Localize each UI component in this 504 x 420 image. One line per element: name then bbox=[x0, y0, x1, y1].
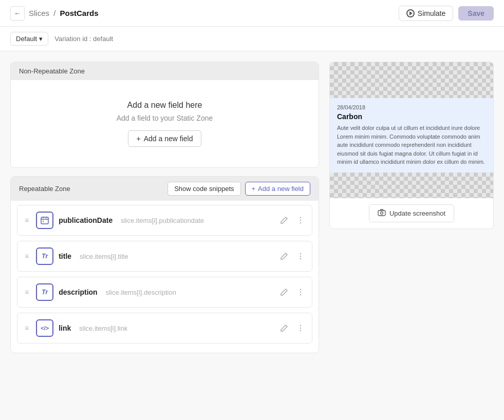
simulate-button[interactable]: Simulate bbox=[399, 6, 453, 21]
empty-field-title: Add a new field here bbox=[127, 101, 202, 110]
description-field-icon: Tr bbox=[36, 283, 53, 301]
table-row: ≡ Tr description slice.items[i].descript… bbox=[17, 277, 312, 308]
drag-handle-icon[interactable]: ≡ bbox=[23, 288, 31, 296]
plus-icon: + bbox=[137, 135, 141, 143]
header-right: Simulate Save bbox=[399, 6, 494, 21]
field-more-button[interactable] bbox=[294, 323, 307, 333]
field-more-button[interactable] bbox=[294, 215, 307, 225]
svg-rect-4 bbox=[43, 221, 44, 222]
svg-point-7 bbox=[300, 222, 301, 223]
repeatable-zone-header: Repeatable Zone Show code snippets + Add… bbox=[11, 177, 319, 201]
svg-point-8 bbox=[300, 253, 301, 254]
field-edit-button[interactable] bbox=[278, 287, 290, 297]
edit-icon bbox=[280, 216, 288, 224]
update-screenshot-label: Update screenshot bbox=[389, 209, 445, 217]
svg-rect-17 bbox=[378, 211, 385, 216]
simulate-label: Simulate bbox=[418, 9, 445, 17]
field-actions bbox=[278, 323, 307, 333]
field-edit-button[interactable] bbox=[278, 323, 290, 333]
preview-checker-bottom bbox=[330, 173, 493, 198]
empty-field-subtitle: Add a field to your Static Zone bbox=[117, 114, 213, 122]
field-name: title bbox=[59, 252, 71, 260]
add-field-button[interactable]: + Add a new field bbox=[128, 130, 202, 147]
camera-icon bbox=[378, 208, 386, 218]
title-field-icon: Tr bbox=[36, 247, 53, 265]
more-icon bbox=[296, 216, 305, 224]
table-row: ≡ publicationDate slice.items[i].publica… bbox=[17, 205, 312, 236]
field-actions bbox=[278, 251, 307, 261]
sub-header: Default ▾ Variation id : default bbox=[0, 27, 504, 51]
field-actions bbox=[278, 287, 307, 297]
drag-handle-icon[interactable]: ≡ bbox=[23, 324, 31, 332]
field-actions bbox=[278, 215, 307, 225]
default-variation-button[interactable]: Default ▾ bbox=[10, 32, 48, 46]
preview-date: 28/04/2018 bbox=[337, 104, 486, 110]
default-label: Default bbox=[16, 35, 37, 43]
right-panel: 28/04/2018 Carbon Aute velit dolor culpa… bbox=[329, 62, 494, 353]
field-edit-button[interactable] bbox=[278, 215, 290, 225]
field-path: slice.items[i].description bbox=[106, 289, 273, 296]
main-layout: Non-Repeatable Zone Add a new field here… bbox=[0, 51, 504, 364]
more-icon bbox=[296, 324, 305, 332]
camera-svg bbox=[378, 208, 386, 217]
drag-handle-icon[interactable]: ≡ bbox=[23, 216, 31, 224]
non-repeatable-zone-body: Add a new field here Add a field to your… bbox=[11, 80, 319, 167]
svg-point-14 bbox=[300, 325, 301, 326]
svg-point-16 bbox=[300, 330, 301, 331]
field-name: link bbox=[59, 324, 71, 332]
svg-point-11 bbox=[300, 289, 301, 290]
repeatable-zone-title: Repeatable Zone bbox=[19, 185, 70, 193]
svg-point-5 bbox=[300, 217, 301, 218]
svg-point-10 bbox=[300, 258, 301, 259]
breadcrumb: Slices / PostCards bbox=[29, 9, 99, 17]
more-icon bbox=[296, 288, 305, 296]
field-name: description bbox=[59, 288, 97, 296]
breadcrumb-separator: / bbox=[53, 9, 55, 17]
field-path: slice.items[i].title bbox=[80, 253, 273, 260]
left-panel: Non-Repeatable Zone Add a new field here… bbox=[10, 62, 319, 353]
preview-content: 28/04/2018 Carbon Aute velit dolor culpa… bbox=[330, 98, 493, 173]
field-name: publicationDate bbox=[59, 216, 113, 224]
field-more-button[interactable] bbox=[294, 287, 307, 297]
more-icon bbox=[296, 252, 305, 260]
show-code-snippets-button[interactable]: Show code snippets bbox=[167, 182, 240, 196]
field-edit-button[interactable] bbox=[278, 251, 290, 261]
calendar-icon bbox=[41, 216, 49, 224]
field-path: slice.items[i].publicationdate bbox=[121, 217, 273, 224]
svg-rect-0 bbox=[41, 217, 48, 224]
add-field-inline-label: Add a new field bbox=[258, 185, 304, 193]
link-field-icon: </> bbox=[36, 319, 53, 337]
svg-point-18 bbox=[380, 212, 383, 214]
table-row: ≡ Tr title slice.items[i].title bbox=[17, 241, 312, 272]
edit-icon bbox=[280, 252, 288, 260]
non-repeatable-zone-header: Non-Repeatable Zone bbox=[11, 62, 319, 80]
preview-checker-top bbox=[330, 62, 493, 98]
repeatable-add-field-button[interactable]: + Add a new field bbox=[245, 182, 311, 196]
field-path: slice.items[i].link bbox=[79, 324, 273, 332]
header-left: ← Slices / PostCards bbox=[10, 6, 99, 21]
field-more-button[interactable] bbox=[294, 251, 307, 261]
save-button[interactable]: Save bbox=[458, 6, 494, 21]
preview-text: Aute velit dolor culpa ut ut cillum et i… bbox=[337, 124, 486, 166]
breadcrumb-current: PostCards bbox=[60, 9, 99, 17]
back-button[interactable]: ← bbox=[10, 6, 25, 21]
preview-card: 28/04/2018 Carbon Aute velit dolor culpa… bbox=[329, 62, 494, 229]
header: ← Slices / PostCards Simulate Save bbox=[0, 0, 504, 27]
add-field-label: Add a new field bbox=[144, 135, 193, 143]
update-screenshot-button[interactable]: Update screenshot bbox=[369, 204, 454, 222]
svg-point-9 bbox=[300, 256, 301, 257]
variation-label: Variation id : default bbox=[54, 35, 113, 43]
drag-handle-icon[interactable]: ≡ bbox=[23, 252, 31, 260]
svg-point-15 bbox=[300, 328, 301, 329]
table-row: ≡ </> link slice.items[i].link bbox=[17, 313, 312, 343]
preview-title: Carbon bbox=[337, 112, 486, 121]
svg-point-13 bbox=[300, 294, 301, 295]
date-field-icon bbox=[36, 212, 53, 229]
edit-icon bbox=[280, 324, 288, 332]
zone-header-actions: Show code snippets + Add a new field bbox=[167, 182, 310, 196]
repeatable-zone: Repeatable Zone Show code snippets + Add… bbox=[10, 176, 319, 353]
svg-point-6 bbox=[300, 220, 301, 221]
chevron-down-icon: ▾ bbox=[39, 35, 43, 43]
breadcrumb-parent: Slices bbox=[29, 9, 49, 17]
plus-icon: + bbox=[252, 185, 256, 193]
